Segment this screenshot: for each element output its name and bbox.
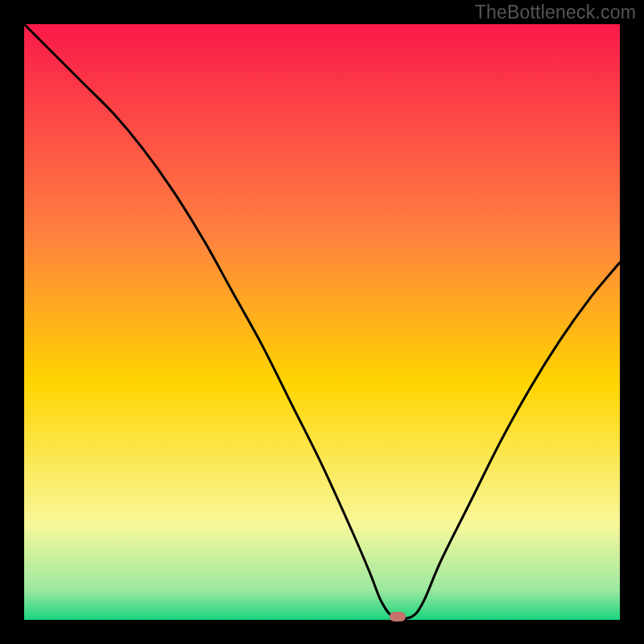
plot-svg (0, 0, 644, 644)
optimal-marker (390, 612, 406, 621)
chart-stage: TheBottleneck.com (0, 0, 644, 644)
watermark-label: TheBottleneck.com (475, 2, 636, 23)
